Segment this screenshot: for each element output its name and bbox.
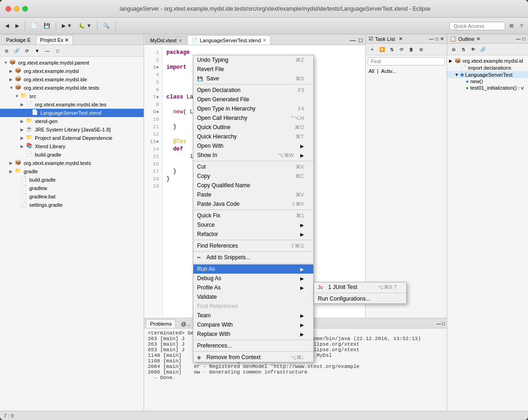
close-task-btn[interactable]: ✕ [440,36,444,41]
menu-item-open-declaration[interactable]: Open Declaration F3 [193,85,313,95]
collapse-all-btn[interactable]: ⊖ [2,46,11,55]
tree-item-gradlew[interactable]: 📄 gradlew [0,184,144,192]
tree-item-build-gradle[interactable]: 📄 build.gradle [0,151,144,159]
sync-btn[interactable]: ⟳ [22,46,32,55]
toolbar-btn-save[interactable]: 💾 [41,21,53,30]
tab-close-btn[interactable]: ✕ [178,38,182,43]
menu-item-cut[interactable]: Cut ⌘X [193,162,313,171]
minimize-outline-btn[interactable]: — [516,36,521,41]
tree-item-build-gradle2[interactable]: 📄 build.gradle [0,176,144,184]
task-delete-btn[interactable]: 🗑 [407,45,416,54]
outline-sort-btn[interactable]: ⇅ [459,45,468,54]
maximize-outline-btn[interactable]: □ [522,36,525,41]
tab-close-btn[interactable]: ✕ [263,38,266,43]
menu-item-team[interactable]: Team ▶ [193,311,313,320]
tree-item-mydsl-ide[interactable]: ▶ 📦 org.xtext.example.mydsl.ide [0,75,144,84]
tree-item-src[interactable]: ▼ 📁 src [0,92,144,100]
toolbar-btn-debug[interactable]: 🐛 ▼ [76,21,94,30]
tree-item-settings-gradle[interactable]: 📄 settings.gradle [0,201,144,209]
quick-access-input[interactable] [449,22,505,30]
toolbar-btn-perspective[interactable]: ⊞ [507,21,516,30]
task-refresh-btn[interactable]: ⟳ [397,45,406,54]
maximize-editor-btn[interactable]: □ [358,36,363,45]
maximize-panel-btn[interactable]: □ [53,46,62,55]
toolbar-btn-help[interactable]: ? [518,22,525,30]
minimize-bottom-btn[interactable]: — [436,319,441,328]
menu-item-add-snippets[interactable]: ✂ Add to Snippets... [193,253,313,262]
close-button[interactable] [6,6,11,12]
menu-item-remove-context[interactable]: ⊗ Remove from Context ⌥⌘↓ [193,353,313,362]
tree-item-xtend-gen[interactable]: ▶ 📁 xtend-gen [0,117,144,125]
task-add-btn[interactable]: + [368,45,377,54]
tab-console[interactable]: @... [177,319,194,328]
menu-item-undo-typing[interactable]: Undo Typing ⌘Z [193,55,313,65]
task-filter-btn[interactable]: 🔽 [377,45,387,54]
menu-item-open-call-hierarchy[interactable]: Open Call Hierarchy ⌃⌥H [193,113,313,123]
menu-item-open-type-hierarchy[interactable]: Open Type in Hierarchy F4 [193,104,313,113]
menu-item-paste[interactable]: Paste ⌘V [193,190,313,199]
tree-item-langserver-test[interactable]: 📄 LanguageServerTest.xtend [0,109,144,117]
tab-project-explorer[interactable]: Project Ex ✕ [36,35,73,45]
tree-item-ide-tests[interactable]: ▼ 📦 org.xtext.example.mydsl.ide.tests [0,84,144,92]
tree-item-jre[interactable]: ▶ ☕ JRE System Library [JavaSE-1.8] [0,125,144,134]
outline-collapse-btn[interactable]: ⊖ [449,45,458,54]
menu-item-open-with[interactable]: Open With ▶ [193,141,313,151]
menu-item-quick-outline[interactable]: Quick Outline ⌘O [193,123,313,132]
minimize-editor-btn[interactable]: — [349,36,357,45]
maximize-task-btn[interactable]: □ [436,36,438,41]
toolbar-btn-run[interactable]: ▶ ▼ [59,21,74,30]
outline-item-new[interactable]: ● new() [447,78,528,85]
outline-item-imports[interactable]: 📄 import declarations [447,64,528,71]
outline-link-btn[interactable]: 🔗 [478,45,488,54]
maximize-bottom-btn[interactable]: □ [442,319,445,328]
menu-item-debug-as[interactable]: Debug As ▶ [193,274,313,283]
link-editor-btn[interactable]: 🔗 [12,46,21,55]
menu-item-run-as[interactable]: Run As ▶ [193,264,313,274]
menu-item-validate[interactable]: Validate [193,292,313,302]
menu-item-source[interactable]: Source ▶ [193,220,313,230]
outline-item-langserver[interactable]: ▼ ◆ LanguageServerTest [447,71,528,78]
menu-item-copy-qualified[interactable]: Copy Qualified Name [193,181,313,190]
menu-item-open-generated[interactable]: Open Generated File [193,95,313,104]
menu-item-profile-as[interactable]: Profile As ▶ [193,283,313,292]
menu-item-compare-with[interactable]: Compare With ▶ [193,320,313,329]
task-find-input[interactable] [368,57,445,66]
menu-item-copy[interactable]: Copy ⌘C [193,171,313,181]
outline-item-test01[interactable]: ● test01_initialization() : v [447,85,528,91]
tree-item-ide-package[interactable]: ▶ 📄 org.xtext.example.mydsl.ide.tes [0,100,144,109]
tree-item-dependencies[interactable]: ▶ 📁 Project and External Dependencie [0,134,144,142]
tree-item-mydsl[interactable]: ▶ 📦 org.xtext.example.mydsl [0,67,144,75]
tree-item-gradle[interactable]: ▶ 📁 gradle [0,167,144,176]
filter-btn[interactable]: ▼ [33,46,42,55]
menu-item-show-in[interactable]: Show In ⌥⌘W ▶ [193,151,313,160]
tab-langserver-xtend[interactable]: 📄 LanguageServerTest.xtend ✕ [187,35,271,45]
outline-hide-btn[interactable]: 👁 [469,45,478,54]
submenu-item-run-configs[interactable]: Run Configurations... [314,294,406,303]
task-filter-all[interactable]: All [369,68,374,74]
menu-item-revert-file[interactable]: Revert File [193,65,313,74]
menu-item-preferences[interactable]: Preferences... [193,341,313,350]
tree-item-gradlew-bat[interactable]: 📄 gradlew.bat [0,192,144,201]
toolbar-btn-search[interactable]: 🔍 [101,21,112,30]
outline-item-package[interactable]: ▶ 📦 org.xtext.example.mydsl.id [447,57,528,64]
toolbar-btn-new[interactable]: 📄 [28,21,40,30]
toolbar-btn-forward[interactable]: ▶ [13,21,21,30]
minimize-button[interactable] [14,6,20,12]
menu-item-quick-hierarchy[interactable]: Quick Hierarchy ⌘T [193,132,313,141]
tree-item-mydsl-tests[interactable]: ▶ 📦 org.xtext.example.mydsl.tests [0,159,144,167]
menu-item-paste-java[interactable]: Paste Java Code ⇧⌘V [193,199,313,209]
menu-item-find-references[interactable]: Find References ⇧⌘G [193,241,313,250]
minimize-task-btn[interactable]: — [429,36,434,41]
tab-mydsl-xtext[interactable]: MyDsl.xtext ✕ [146,36,186,45]
maximize-button[interactable] [22,6,28,12]
tab-problems[interactable]: Problems [146,319,176,328]
task-sort-btn[interactable]: ⇅ [387,45,396,54]
task-filter-activ[interactable]: Activ... [381,68,396,74]
toolbar-btn-back[interactable]: ◀ [3,21,11,30]
minimize-panel-btn[interactable]: — [43,46,52,55]
menu-item-quick-fix[interactable]: Quick Fix ⌘1 [193,211,313,220]
tab-package-explorer[interactable]: Package E [2,35,35,45]
tree-item-parent[interactable]: ▼ 📦 org.xtext.example.mydsl.parent [0,59,144,67]
tree-item-xtend-lib[interactable]: ▶ 📚 Xtend Library [0,142,144,151]
menu-item-refactor[interactable]: Refactor ▶ [193,230,313,239]
